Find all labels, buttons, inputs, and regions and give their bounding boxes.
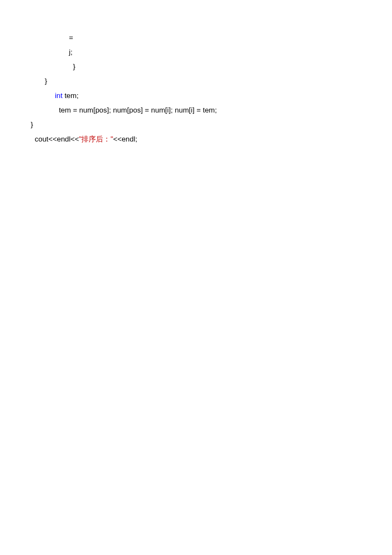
code-block: = j; } } int tem; tem = num[pos]; num[po… (0, 0, 392, 147)
code-text: <<endl; (113, 135, 138, 143)
code-line-8: cout<<endl<<"排序后："<<endl; (31, 132, 392, 147)
string-literal-cn: 排序后： (81, 135, 110, 143)
code-text: } (31, 121, 33, 129)
code-line-6: tem = num[pos]; num[pos] = num[i]; num[i… (31, 103, 392, 118)
code-text: = (69, 34, 75, 42)
code-line-4: } (31, 74, 392, 89)
code-text: } (71, 63, 75, 71)
code-text: tem; (63, 92, 79, 100)
code-line-1: = (31, 31, 392, 45)
code-line-7: } (31, 118, 392, 132)
code-line-3: } (31, 60, 392, 74)
code-text: cout<<endl<< (35, 135, 79, 143)
code-text: j; (69, 48, 73, 56)
code-line-5: int tem; (31, 89, 392, 103)
code-text: tem = num[pos]; num[pos] = num[i]; num[i… (59, 106, 217, 114)
code-line-2: j; (31, 45, 392, 60)
code-text: } (45, 77, 47, 85)
keyword-int: int (55, 92, 63, 100)
